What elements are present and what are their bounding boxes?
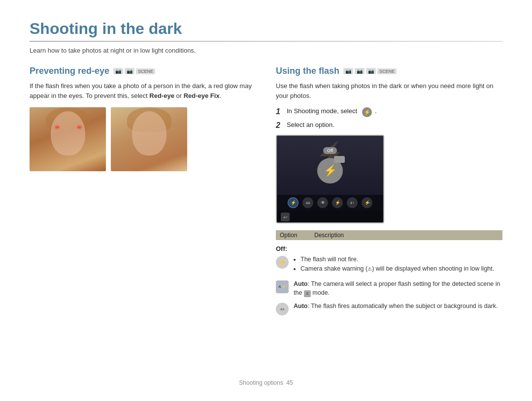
- right-column: Using the flash 📷 📷 📷 SCENE Use the flas…: [276, 66, 502, 319]
- footer: Shooting options 45: [0, 379, 532, 386]
- cam-icon-4[interactable]: ⚡: [332, 197, 343, 208]
- option-auto1-icon: A⚡: [276, 280, 289, 293]
- page-subtitle: Learn how to take photos at night or in …: [30, 47, 502, 54]
- cam-icon-6[interactable]: ⚡̶: [362, 197, 372, 208]
- cam-icon-3[interactable]: 👁: [317, 197, 328, 208]
- right-section-icons: 📷 📷 📷 SCENE: [343, 68, 397, 74]
- back-button[interactable]: ↩: [281, 213, 290, 221]
- step-1: 1 In Shooting mode, select ⚡ .: [276, 107, 502, 117]
- option-auto1-text: Auto: The camera will select a proper fl…: [294, 279, 502, 298]
- left-section-icons: 📷 📷 SCENE: [113, 68, 155, 74]
- option-table: Option Description: [276, 230, 502, 240]
- page-title: Shooting in the dark: [30, 20, 502, 38]
- footer-page-num: 45: [286, 379, 293, 386]
- camera-icons-row: ⚡ 4A 👁 ⚡ 4↑ ⚡̶: [277, 195, 383, 211]
- camera-back-row: ↩: [277, 211, 383, 223]
- table-col-option: Option: [276, 230, 310, 240]
- cam-icon-1[interactable]: ⚡: [288, 197, 299, 208]
- option-off: Off: ⚡ The flash will not fire. Camera s…: [276, 245, 502, 274]
- select-icon: ⚡: [362, 107, 372, 117]
- right-section-intro: Use the flash when taking photos in the …: [276, 81, 502, 100]
- left-section-title: Preventing red-eye 📷 📷 SCENE: [30, 66, 256, 76]
- right-section-title: Using the flash 📷 📷 📷 SCENE: [276, 66, 502, 76]
- left-section-body: If the flash fires when you take a photo…: [30, 81, 256, 100]
- option-off-title: Off:: [276, 245, 502, 252]
- table-col-description: Description: [310, 230, 502, 240]
- title-divider: [30, 41, 502, 42]
- option-auto2-icon: 4A: [276, 303, 289, 315]
- cam-icon-5[interactable]: 4↑: [347, 197, 358, 208]
- step-2: 2 Select an option.: [276, 121, 502, 130]
- cam-icon-2[interactable]: 4A: [302, 197, 313, 208]
- option-off-icon: ⚡: [276, 256, 289, 269]
- off-label: Off: [323, 147, 337, 154]
- footer-label: Shooting options: [239, 379, 283, 386]
- option-auto1: A⚡ Auto: The camera will select a proper…: [276, 279, 502, 298]
- option-auto2: 4A Auto: The flash fires automatically w…: [276, 302, 502, 315]
- left-column: Preventing red-eye 📷 📷 SCENE If the flas…: [30, 66, 256, 319]
- example-photos: [30, 107, 256, 171]
- option-off-text: The flash will not fire. Camera shake wa…: [294, 255, 494, 274]
- photo-redeye: [30, 107, 106, 171]
- flash-circle: ⚡: [317, 158, 343, 184]
- option-off-row: ⚡ The flash will not fire. Camera shake …: [276, 255, 502, 274]
- photo-fixed: [111, 107, 187, 171]
- option-auto2-text: Auto: The flash fires automatically when…: [294, 302, 498, 311]
- camera-ui-screenshot: ⚡ Off ⚡ ⚡ 4A 👁 ⚡ 4↑ ⚡̶: [276, 135, 384, 223]
